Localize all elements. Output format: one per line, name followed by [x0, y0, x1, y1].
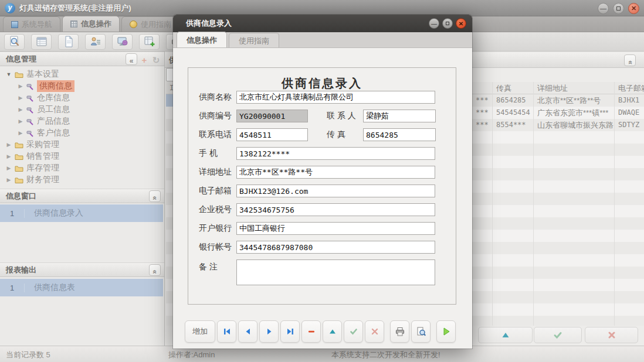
add-record-button[interactable]: 增加: [185, 320, 215, 343]
folder-icon: [15, 153, 23, 160]
new-document-button[interactable]: [58, 34, 79, 50]
phone-field[interactable]: [236, 128, 308, 141]
search-button[interactable]: [4, 34, 25, 50]
tree-item-employee-info[interactable]: ▶ 员工信息: [0, 104, 163, 115]
confirm-button[interactable]: [534, 327, 582, 343]
panel-header-info-mgmt: 信息管理 + ↻ «: [0, 52, 164, 66]
table-add-icon: [143, 35, 156, 48]
dialog-maximize-button[interactable]: [442, 18, 453, 29]
tree-folder-sales-mgmt[interactable]: ▶ 销售管理: [0, 151, 163, 162]
email-field[interactable]: [236, 185, 435, 197]
supplier-code-field[interactable]: [236, 110, 308, 122]
maximize-icon: [446, 22, 449, 25]
dialog-tab-info-ops[interactable]: 信息操作: [177, 32, 227, 47]
print-preview-button[interactable]: [411, 320, 431, 343]
print-button[interactable]: [390, 320, 409, 343]
tab-label: 系统导航: [22, 19, 52, 30]
tree-folder-finance-mgmt[interactable]: ▶ 财务管理: [0, 174, 163, 186]
expander-icon[interactable]: ▶: [18, 83, 23, 89]
form-row-email: 电子邮箱: [188, 185, 456, 197]
run-button[interactable]: [436, 320, 456, 343]
expander-icon[interactable]: ▶: [6, 165, 12, 171]
cancel-button[interactable]: [365, 320, 384, 343]
dialog-close-button[interactable]: ✕: [456, 18, 466, 29]
info-window-item[interactable]: 1 供商信息录入: [0, 204, 163, 222]
data-grid[interactable]: 传真 详细地址 电子邮箱 *** 8654285 北京市**区**路**号 BJ…: [472, 82, 644, 326]
tree-item-product-info[interactable]: ▶ 产品信息: [0, 115, 163, 127]
table-add-button[interactable]: [139, 34, 160, 50]
field-label: 联 系 人: [327, 111, 363, 121]
top-record-button[interactable]: [323, 320, 342, 343]
dialog-minimize-button[interactable]: —: [429, 18, 439, 29]
expander-open-icon[interactable]: ▼: [6, 71, 12, 77]
collapse-panel-button[interactable]: «: [149, 190, 161, 202]
tree-folder-purchase-mgmt[interactable]: ▶ 采购管理: [0, 139, 163, 151]
field-label: 供商名称: [199, 92, 236, 103]
tree-item-customer-info[interactable]: ▶ 客户信息: [0, 127, 163, 139]
expander-icon[interactable]: ▶: [18, 118, 23, 124]
tab-system-nav[interactable]: 系统导航: [3, 16, 60, 32]
next-record-button[interactable]: [259, 320, 279, 343]
delete-record-button[interactable]: [301, 320, 321, 343]
last-record-button[interactable]: [280, 320, 300, 343]
table-row[interactable]: *** 54545454 广东省东莞市***镇*** DWAQE: [472, 107, 644, 119]
address-field[interactable]: [236, 166, 435, 179]
top-button[interactable]: [478, 327, 533, 343]
tree-folder-inventory-mgmt[interactable]: ▶ 库存管理: [0, 162, 163, 174]
close-icon: ✕: [631, 5, 636, 12]
table-row[interactable]: *** 8554*** 山东省聊城市振兴东路 SDTYZ: [472, 119, 644, 131]
tree-folder-basic-settings[interactable]: ▼ 基本设置: [0, 69, 163, 80]
dialog-tab-user-guide[interactable]: 使用指南: [229, 33, 279, 47]
first-record-button[interactable]: [217, 320, 236, 343]
tree-item-warehouse-info[interactable]: ▶ 仓库信息: [0, 92, 163, 104]
add-icon[interactable]: +: [140, 53, 149, 65]
user-list-button[interactable]: [85, 34, 106, 50]
maximize-button[interactable]: [613, 3, 624, 14]
cancel-button[interactable]: [585, 327, 638, 343]
mobile-field[interactable]: [236, 147, 435, 160]
chevron-up-icon: «: [623, 60, 638, 64]
sidebar: 信息管理 + ↻ « ▼ 基本设置 ▶ 供商信息 ▶ 仓库信息: [0, 52, 165, 346]
fax-field[interactable]: [363, 128, 436, 141]
report-item[interactable]: 1 供商信息表: [0, 279, 163, 296]
item-label: 供商信息录入: [25, 208, 83, 218]
confirm-button[interactable]: [344, 320, 363, 343]
collapse-panel-button[interactable]: «: [149, 264, 161, 276]
tax-number-field[interactable]: [236, 203, 435, 216]
expander-icon[interactable]: ▶: [18, 130, 23, 136]
close-button[interactable]: ✕: [628, 3, 639, 14]
supplier-name-field[interactable]: [236, 91, 435, 104]
tab-user-guide[interactable]: 使用指南: [121, 16, 179, 32]
minimize-button[interactable]: —: [598, 3, 609, 14]
app-window: y 灯具进销存管理系统(非注册用户) — ✕ 系统导航 信息操作 使用指南 关: [0, 0, 644, 362]
tree-label: 员工信息: [37, 104, 70, 115]
monitor-button[interactable]: [112, 34, 133, 50]
collapse-sidebar-button[interactable]: «: [126, 53, 137, 65]
tab-label: 使用指南: [141, 19, 171, 30]
item-label: 供商信息表: [25, 282, 75, 293]
expander-icon[interactable]: ▶: [6, 177, 12, 183]
column-header-partial: [472, 82, 493, 94]
bank-field[interactable]: [236, 222, 435, 235]
expander-icon[interactable]: ▶: [18, 107, 23, 112]
expander-icon[interactable]: ▶: [6, 142, 12, 148]
field-label: 详细地址: [199, 167, 236, 177]
prev-record-button[interactable]: [238, 320, 257, 343]
folder-icon: [15, 141, 23, 148]
expander-icon[interactable]: ▶: [18, 95, 23, 101]
table-view-icon: [35, 35, 48, 48]
item-index: 1: [0, 284, 25, 292]
collapse-content-button[interactable]: «: [624, 54, 636, 66]
expander-icon[interactable]: ▶: [6, 153, 12, 159]
tab-info-ops[interactable]: 信息操作: [62, 16, 120, 32]
dialog-titlebar[interactable]: 供商信息录入 — ✕: [173, 15, 472, 32]
column-header-email: 电子邮箱: [615, 82, 644, 94]
tree-item-supplier-info[interactable]: ▶ 供商信息: [0, 80, 163, 92]
remark-field[interactable]: [236, 259, 435, 285]
table-row[interactable]: *** 8654285 北京市**区**路**号 BJHX1: [472, 94, 644, 107]
refresh-icon[interactable]: ↻: [151, 53, 161, 65]
table-view-button[interactable]: [31, 34, 52, 50]
folder-icon: [15, 71, 23, 78]
bank-account-field[interactable]: [236, 241, 435, 254]
contact-person-field[interactable]: [363, 110, 436, 122]
